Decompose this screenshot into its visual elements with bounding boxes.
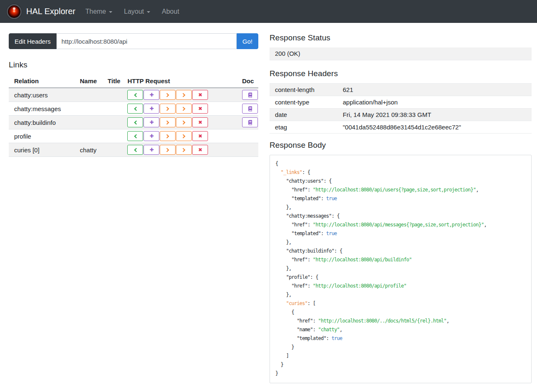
address-bar: Edit Headers Go!: [9, 33, 258, 49]
column-header-title: Title: [102, 74, 126, 88]
doc-button[interactable]: [242, 117, 258, 127]
json-line: "href": "http://localhost:8080/api/messa…: [275, 221, 526, 229]
put-request-button[interactable]: [160, 104, 176, 114]
left-column: Edit Headers Go! Links Relation Name Tit…: [9, 33, 258, 383]
nav-item-about[interactable]: About: [156, 8, 185, 15]
link-row: curies [0]chatty✚✖: [9, 143, 258, 157]
doc-cell: [237, 116, 258, 129]
response-header-row: content-length621: [270, 84, 532, 96]
response-header-name: etag: [270, 121, 337, 134]
response-header-name: content-length: [270, 84, 337, 96]
json-line: "curies": [: [275, 299, 526, 308]
delete-request-button[interactable]: ✖: [192, 90, 208, 100]
patch-request-button[interactable]: [176, 117, 192, 127]
plus-icon: ✚: [149, 92, 153, 97]
json-line: "href": "http://localhost:8080/api/profi…: [275, 282, 526, 290]
chevron-left-icon: [134, 148, 138, 152]
json-line: "profile": {: [275, 273, 526, 282]
json-line: {: [275, 308, 526, 317]
doc-button[interactable]: [242, 104, 258, 114]
response-header-name: date: [270, 109, 337, 121]
plus-icon: ✚: [149, 134, 153, 139]
doc-cell: [237, 143, 258, 157]
links-header-row: Relation Name Title HTTP Request Doc: [9, 74, 258, 88]
put-request-button[interactable]: [160, 90, 176, 100]
chevron-down-icon: [109, 11, 112, 13]
chevron-right-icon: [181, 120, 185, 124]
get-request-button[interactable]: [127, 117, 143, 127]
link-name: [74, 129, 102, 143]
x-icon: ✖: [198, 120, 202, 125]
get-request-button[interactable]: [127, 104, 143, 114]
json-line: ]: [275, 352, 526, 360]
response-status-value: 200 (OK): [270, 47, 532, 60]
patch-request-button[interactable]: [176, 145, 192, 155]
json-line: "_links": {: [275, 168, 526, 177]
chevron-left-icon: [134, 107, 138, 111]
link-relation: curies [0]: [9, 143, 74, 157]
post-request-button[interactable]: ✚: [144, 145, 159, 155]
json-line: },: [275, 264, 526, 273]
x-icon: ✖: [198, 92, 202, 97]
http-request-buttons: ✚✖: [126, 143, 237, 157]
links-heading: Links: [9, 60, 258, 69]
delete-request-button[interactable]: ✖: [192, 145, 208, 155]
json-line: "chatty:buildinfo": {: [275, 247, 526, 256]
http-request-buttons: ✚✖: [126, 88, 237, 102]
chevron-down-icon: [147, 11, 150, 13]
link-relation: chatty:messages: [9, 102, 74, 116]
navbar-menu: ThemeLayoutAbout: [79, 8, 185, 15]
x-icon: ✖: [198, 106, 202, 111]
patch-request-button[interactable]: [176, 131, 192, 141]
edit-headers-button[interactable]: Edit Headers: [9, 33, 57, 49]
put-request-button[interactable]: [160, 145, 176, 155]
response-header-value: "0041da552488d86e31454d1c2e68eec72": [337, 121, 532, 134]
nav-item-theme[interactable]: Theme: [79, 8, 118, 15]
right-column: Response Status 200 (OK) Response Header…: [270, 33, 532, 383]
response-header-name: content-type: [270, 96, 337, 109]
url-input[interactable]: [57, 33, 237, 49]
column-header-relation: Relation: [9, 74, 74, 88]
response-status-heading: Response Status: [270, 33, 532, 42]
put-request-button[interactable]: [160, 131, 176, 141]
json-line: "href": "http://localhost:8080/../docs/h…: [275, 317, 526, 325]
patch-request-button[interactable]: [176, 104, 192, 114]
book-icon: [247, 106, 253, 112]
patch-request-button[interactable]: [176, 90, 192, 100]
app-brand: HAL Explorer: [26, 7, 75, 16]
delete-request-button[interactable]: ✖: [192, 104, 208, 114]
chevron-right-icon: [181, 93, 185, 97]
post-request-button[interactable]: ✚: [144, 104, 159, 114]
json-line: "href": "http://localhost:8080/api/users…: [275, 186, 526, 194]
post-request-button[interactable]: ✚: [144, 90, 159, 100]
response-header-value: 621: [337, 84, 532, 96]
x-icon: ✖: [198, 147, 202, 152]
response-headers-table: content-length621content-typeapplication…: [270, 83, 532, 134]
put-request-button[interactable]: [160, 117, 176, 127]
json-line: },: [275, 290, 526, 299]
plus-icon: ✚: [149, 147, 153, 152]
json-line: {: [275, 159, 526, 168]
column-header-doc: Doc: [237, 74, 258, 88]
response-body-heading: Response Body: [270, 141, 532, 150]
chevron-right-icon: [181, 134, 185, 138]
doc-cell: [237, 88, 258, 102]
book-icon: [247, 120, 253, 125]
go-button[interactable]: Go!: [237, 33, 258, 49]
json-line: },: [275, 238, 526, 247]
response-headers-heading: Response Headers: [270, 69, 532, 78]
get-request-button[interactable]: [127, 131, 143, 141]
post-request-button[interactable]: ✚: [144, 131, 159, 141]
link-name: [74, 116, 102, 129]
delete-request-button[interactable]: ✖: [192, 131, 208, 141]
post-request-button[interactable]: ✚: [144, 117, 159, 127]
get-request-button[interactable]: [127, 90, 143, 100]
doc-button[interactable]: [242, 90, 258, 100]
nav-item-label: About: [162, 8, 179, 15]
doc-cell: [237, 129, 258, 143]
nav-item-layout[interactable]: Layout: [118, 8, 156, 15]
get-request-button[interactable]: [127, 145, 143, 155]
link-title: [102, 129, 126, 143]
link-name: [74, 88, 102, 102]
delete-request-button[interactable]: ✖: [192, 117, 208, 127]
